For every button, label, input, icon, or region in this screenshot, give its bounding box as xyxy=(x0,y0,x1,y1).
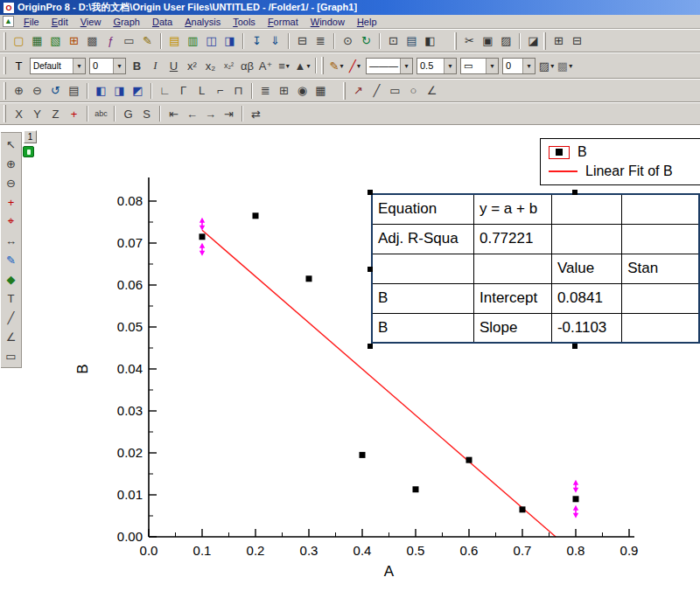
y-axis-button[interactable]: Y xyxy=(28,105,46,122)
axis-left-icon[interactable]: L xyxy=(192,82,211,100)
symbol-dropdown[interactable]: ▲▾ xyxy=(293,57,312,74)
toolbar-grip[interactable] xyxy=(343,82,346,100)
selection-handle[interactable] xyxy=(368,190,373,195)
toolbar-grip[interactable] xyxy=(454,32,457,50)
font-size-combo-arrow-icon[interactable]: ▾ xyxy=(113,59,125,73)
frame-width-combo[interactable]: 0▾ xyxy=(502,58,536,74)
plot-setup-icon[interactable]: ⊟ xyxy=(568,32,586,50)
pattern-dropdown[interactable]: ▨▾ xyxy=(537,57,556,74)
new-function-icon[interactable]: ƒ xyxy=(102,32,120,50)
menu-help[interactable]: Help xyxy=(351,17,383,27)
lock-icon[interactable] xyxy=(23,146,34,157)
zoom-out-icon[interactable]: ⊖ xyxy=(28,82,46,100)
print-icon[interactable]: ⊟ xyxy=(293,32,312,50)
z-axis-button[interactable]: Z xyxy=(46,105,65,122)
polyline-tool-icon[interactable]: ∠ xyxy=(2,328,20,345)
swap-icon[interactable]: ⇄ xyxy=(247,105,265,122)
zoom-in-tool-icon[interactable]: ⊕ xyxy=(2,155,20,172)
line-width-combo[interactable]: 0.5▾ xyxy=(416,58,457,74)
zoom-out-tool-icon[interactable]: ⊖ xyxy=(2,174,20,191)
frame-style-combo-arrow-icon[interactable]: ▾ xyxy=(486,59,498,73)
draw-arrow-icon[interactable]: ↗ xyxy=(349,82,368,100)
line-tool-icon[interactable]: ╱ xyxy=(2,309,20,326)
subsuperscript-button[interactable]: x₂² xyxy=(220,57,238,74)
subscript-button[interactable]: x₂ xyxy=(201,57,220,74)
refresh-icon[interactable]: ↻ xyxy=(357,32,375,50)
data-point[interactable] xyxy=(520,506,526,512)
draw-data-tool-icon[interactable]: ✎ xyxy=(2,251,20,268)
toolbar-grip[interactable] xyxy=(543,32,546,50)
menu-tools[interactable]: Tools xyxy=(227,17,262,27)
menu-view[interactable]: View xyxy=(74,17,108,27)
data-point[interactable] xyxy=(253,212,259,219)
data-point[interactable] xyxy=(306,275,312,282)
bold-button[interactable]: B xyxy=(128,57,146,74)
add-layer-right-icon[interactable]: ◨ xyxy=(110,82,129,100)
line-style-combo-arrow-icon[interactable]: ▾ xyxy=(400,59,412,73)
font-size-combo[interactable]: 0▾ xyxy=(89,58,126,74)
align-dropdown[interactable]: ≡▾ xyxy=(275,57,293,74)
toolbar-grip[interactable] xyxy=(321,57,324,74)
toolbar-grip[interactable] xyxy=(4,105,6,122)
add-inset-layer-icon[interactable]: ◩ xyxy=(129,82,147,100)
date-time-stamp-icon[interactable]: ◉ xyxy=(293,82,312,100)
layer-contents-icon[interactable]: ⊞ xyxy=(550,32,568,50)
data-point[interactable] xyxy=(466,457,472,463)
move-front-icon[interactable]: → xyxy=(201,105,220,122)
x-axis-button[interactable]: X xyxy=(10,105,28,122)
new-table-icon[interactable]: ▦ xyxy=(312,82,330,100)
rectangle-tool-icon[interactable]: ▭ xyxy=(2,347,20,365)
import-wizard-icon[interactable]: ↧ xyxy=(248,32,266,50)
layer-1-button[interactable]: 1 xyxy=(24,130,37,143)
mask-tool-icon[interactable]: ◆ xyxy=(2,270,20,288)
menu-graph[interactable]: Graph xyxy=(107,17,146,27)
line-color-dropdown[interactable]: ╱▾ xyxy=(346,57,364,74)
draw-line-icon[interactable]: ╱ xyxy=(368,82,386,100)
new-project-icon[interactable]: ▢ xyxy=(10,32,28,50)
axis-box-icon[interactable]: ⊓ xyxy=(229,82,248,100)
toolbar-grip[interactable] xyxy=(4,82,6,100)
pencil-color-dropdown[interactable]: ✎▾ xyxy=(327,57,346,74)
menu-edit[interactable]: Edit xyxy=(46,17,74,27)
fit-results-table[interactable]: Equationy = a + bAdj. R-Squa0.77221Value… xyxy=(371,193,700,344)
text-tool-icon[interactable]: T xyxy=(2,289,20,307)
rotate-text-icon[interactable]: abc xyxy=(92,105,110,122)
menu-file[interactable]: File xyxy=(18,17,46,27)
zoom-in-icon[interactable]: ⊕ xyxy=(10,82,28,100)
selection-handle[interactable] xyxy=(572,190,578,195)
copy-icon[interactable]: ▣ xyxy=(479,32,497,50)
data-point[interactable] xyxy=(200,233,206,240)
font-combo-arrow-icon[interactable]: ▾ xyxy=(73,59,85,73)
zoom-tool-icon[interactable]: ⊙ xyxy=(339,32,357,50)
frame-width-combo-arrow-icon[interactable]: ▾ xyxy=(522,59,535,73)
y-axis-title[interactable]: B xyxy=(74,364,91,373)
open-icon[interactable]: ▤ xyxy=(165,32,184,50)
draw-polyline-icon[interactable]: ∠ xyxy=(423,82,441,100)
new-matrix-icon[interactable]: ▩ xyxy=(83,32,102,50)
greek-button[interactable]: αβ xyxy=(238,57,256,74)
axis-bottom-icon[interactable]: ∟ xyxy=(156,82,174,100)
bring-to-front-icon[interactable]: ⇥ xyxy=(220,105,238,122)
save-template-icon[interactable]: ◨ xyxy=(220,32,239,50)
legend-box[interactable]: B Linear Fit of B xyxy=(540,138,700,185)
menu-data[interactable]: Data xyxy=(146,17,178,27)
line-width-combo-arrow-icon[interactable]: ▾ xyxy=(444,59,456,73)
new-workbook-icon[interactable]: ▦ xyxy=(28,32,46,50)
fill-color-dropdown[interactable]: ▩▾ xyxy=(556,57,574,74)
new-graph-icon[interactable]: ⊞ xyxy=(65,32,83,50)
move-back-icon[interactable]: ← xyxy=(183,105,201,122)
script-window-icon[interactable]: ≣ xyxy=(312,32,330,50)
underline-button[interactable]: U xyxy=(164,57,183,74)
cut-icon[interactable]: ✂ xyxy=(460,32,479,50)
add-point-button[interactable]: + xyxy=(65,105,83,122)
italic-button[interactable]: I xyxy=(146,57,164,74)
save-project-icon[interactable]: ◫ xyxy=(202,32,220,50)
open-excel-icon[interactable]: ▥ xyxy=(184,32,202,50)
toolbar-grip[interactable] xyxy=(4,32,6,50)
data-reader-tool-icon[interactable]: ⌖ xyxy=(2,212,20,230)
code-builder-icon[interactable]: ◧ xyxy=(421,32,439,50)
data-selector-tool-icon[interactable]: ↔ xyxy=(2,232,20,249)
toolbar-grip[interactable] xyxy=(4,57,6,74)
data-point[interactable] xyxy=(360,452,366,458)
axis-right-icon[interactable]: ⌐ xyxy=(211,82,229,100)
